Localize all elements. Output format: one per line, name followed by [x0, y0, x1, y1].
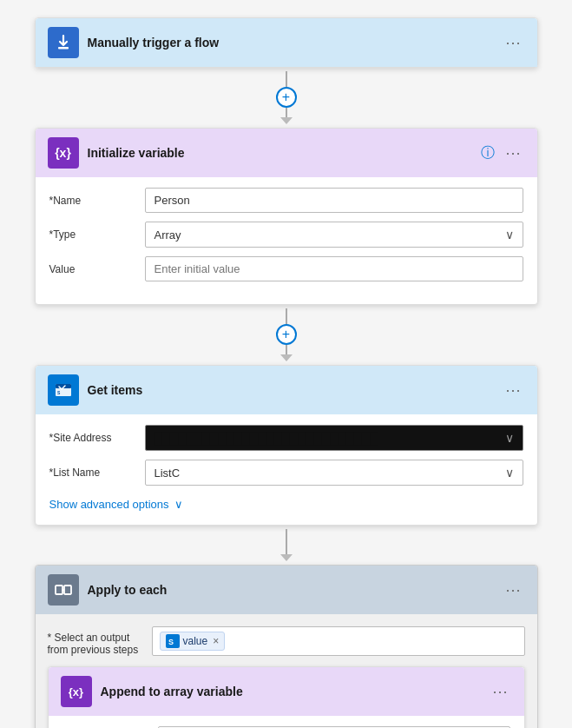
trigger-more-button[interactable]: ···	[502, 34, 524, 52]
get-items-card: S Get items ··· *Site Address ██████████…	[35, 365, 538, 526]
apply-each-body: * Select an outputfrom previous steps S …	[36, 614, 537, 728]
init-variable-header: {x} Initialize variable ⓘ ···	[36, 129, 537, 177]
trigger-card-header: Manually trigger a flow ···	[36, 18, 537, 67]
apply-each-icon-box	[48, 574, 79, 606]
trigger-icon-box	[48, 27, 79, 58]
svg-rect-0	[58, 47, 69, 50]
svg-text:S: S	[168, 638, 174, 646]
init-variable-icon-box: {x}	[48, 137, 79, 169]
advanced-options-label: Show advanced options	[49, 498, 169, 511]
connector-3	[280, 529, 293, 561]
site-address-chevron-icon: ∨	[505, 431, 514, 445]
select-output-row: * Select an outputfrom previous steps S …	[48, 626, 525, 656]
apply-each-more-button[interactable]: ···	[502, 581, 524, 599]
list-name-label: *List Name	[49, 467, 145, 479]
svg-rect-5	[64, 586, 71, 594]
init-variable-body: *Name *Type Array ∨ Value	[36, 177, 537, 304]
type-select[interactable]: Array ∨	[145, 222, 523, 248]
chip-sharepoint-icon: S	[166, 634, 180, 648]
svg-rect-4	[56, 586, 62, 594]
append-array-more-button[interactable]: ···	[489, 683, 511, 701]
append-array-body: *Name Person ∨ *Value S	[49, 716, 524, 728]
name-row: *Name	[49, 188, 523, 213]
info-icon[interactable]: ⓘ	[481, 144, 495, 162]
get-items-header: S Get items ···	[36, 366, 537, 414]
get-items-icon-box: S	[48, 374, 79, 406]
add-step-1[interactable]: +	[276, 87, 297, 108]
chip-close-icon[interactable]: ×	[213, 635, 219, 647]
line-2	[286, 308, 287, 324]
apply-each-title: Apply to each	[88, 583, 503, 597]
trigger-card: Manually trigger a flow ···	[35, 17, 538, 68]
get-items-title: Get items	[88, 383, 503, 397]
apply-each-card: Apply to each ··· * Select an outputfrom…	[35, 565, 538, 728]
arrow-2	[280, 354, 293, 361]
advanced-options-chevron-icon: ∨	[174, 498, 183, 511]
chip-label: value	[183, 635, 208, 647]
append-array-icon-box: {x}	[61, 676, 92, 707]
arrow-1	[280, 117, 293, 124]
append-array-header: {x} Append to array variable ···	[49, 667, 524, 716]
get-items-body: *Site Address ██████████████████████████…	[36, 414, 537, 525]
append-variable-icon: {x}	[69, 685, 83, 698]
init-variable-title: Initialize variable	[88, 146, 482, 160]
get-items-more-button[interactable]: ···	[502, 381, 524, 400]
site-address-row: *Site Address ██████████████████████████…	[49, 425, 523, 451]
site-address-label: *Site Address	[49, 432, 145, 444]
select-output-field[interactable]: S value ×	[152, 626, 525, 656]
value-label: Value	[49, 263, 145, 275]
get-items-actions: ···	[502, 381, 524, 400]
connector-1: +	[276, 71, 297, 124]
append-array-card: {x} Append to array variable ··· *Name P…	[48, 666, 525, 728]
type-chevron-icon: ∨	[505, 228, 514, 242]
append-array-title: Append to array variable	[101, 685, 490, 698]
list-name-row: *List Name ListC ∨	[49, 460, 523, 486]
list-name-select[interactable]: ListC ∨	[145, 460, 523, 486]
variable-icon: {x}	[55, 146, 71, 160]
trigger-actions: ···	[502, 34, 524, 52]
value-input[interactable]	[145, 256, 523, 281]
name-label: *Name	[49, 195, 145, 207]
advanced-options-toggle[interactable]: Show advanced options ∨	[49, 494, 523, 511]
init-variable-card: {x} Initialize variable ⓘ ··· *Name *Typ…	[35, 128, 538, 305]
flow-canvas: Manually trigger a flow ··· + {x} Initia…	[35, 17, 538, 728]
add-step-2[interactable]: +	[276, 324, 297, 345]
value-chip: S value ×	[160, 632, 226, 651]
name-input[interactable]	[145, 188, 523, 213]
init-variable-actions: ⓘ ···	[481, 144, 524, 162]
site-address-value: ████████████████████████████	[155, 432, 378, 445]
type-label: *Type	[49, 228, 145, 241]
type-select-value: Array	[155, 228, 181, 242]
line-3	[286, 529, 287, 555]
trigger-title: Manually trigger a flow	[88, 36, 503, 50]
line-1	[286, 71, 287, 87]
list-name-chevron-icon: ∨	[505, 466, 514, 480]
type-row: *Type Array ∨	[49, 222, 523, 248]
site-address-select[interactable]: ████████████████████████████ ∨	[145, 425, 523, 451]
list-name-value: ListC	[155, 467, 181, 480]
init-variable-more-button[interactable]: ···	[502, 144, 524, 162]
apply-each-header: Apply to each ···	[36, 566, 537, 614]
append-array-actions: ···	[489, 683, 511, 701]
connector-2: +	[276, 308, 297, 361]
arrow-3	[280, 554, 293, 561]
select-output-label: * Select an outputfrom previous steps	[48, 626, 143, 656]
apply-each-actions: ···	[502, 581, 524, 599]
value-row: Value	[49, 256, 523, 281]
